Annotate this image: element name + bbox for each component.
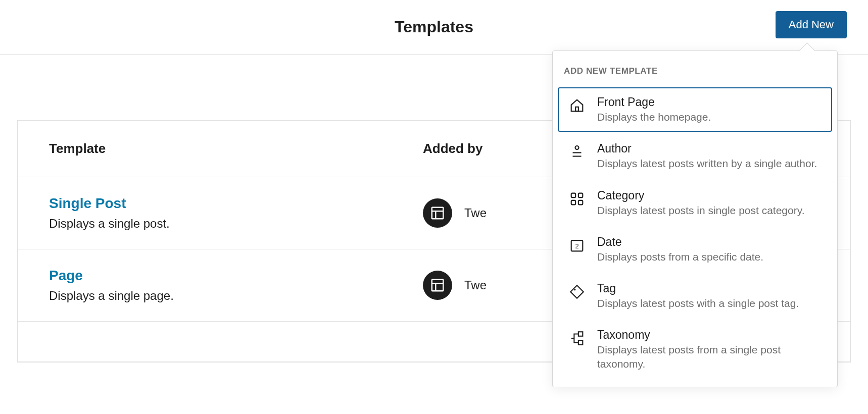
template-description: Displays a single post.: [49, 217, 423, 231]
theme-icon: [423, 198, 452, 228]
option-title: Date: [597, 235, 763, 249]
popover-heading: Add New Template: [553, 62, 837, 85]
author-icon: [568, 143, 586, 161]
template-option-front-page[interactable]: Front Page Displays the homepage.: [558, 87, 832, 132]
add-new-template-popover: Add New Template Front Page Displays the…: [552, 50, 838, 387]
page-header: Templates Add New: [0, 0, 868, 55]
option-title: Front Page: [597, 95, 711, 109]
date-icon: [568, 236, 586, 254]
theme-name: Twe: [464, 278, 487, 292]
theme-name: Twe: [464, 206, 487, 220]
column-header-template: Template: [49, 141, 423, 157]
option-title: Tag: [597, 282, 799, 295]
template-cell: Single Post Displays a single post.: [49, 195, 423, 231]
added-by-cell: Twe: [423, 198, 487, 228]
template-option-date[interactable]: Date Displays posts from a specific date…: [558, 227, 832, 272]
home-icon: [568, 96, 586, 115]
template-option-tag[interactable]: Tag Displays latest posts with a single …: [558, 274, 832, 318]
option-description: Displays latest posts with a single post…: [597, 296, 799, 310]
category-icon: [568, 190, 586, 208]
column-header-added-by: Added by: [423, 141, 483, 157]
tag-icon: [568, 283, 586, 301]
option-title: Category: [597, 189, 804, 202]
page-title: Templates: [395, 18, 473, 36]
option-description: Displays posts from a specific date.: [597, 250, 763, 264]
template-option-author[interactable]: Author Displays latest posts written by …: [558, 134, 832, 178]
option-title: Author: [597, 142, 817, 156]
template-description: Displays a single page.: [49, 289, 423, 303]
added-by-cell: Twe: [423, 271, 487, 300]
template-option-taxonomy[interactable]: Taxonomy Displays latest posts from a si…: [558, 320, 832, 379]
option-description: Displays the homepage.: [597, 110, 711, 124]
template-cell: Page Displays a single page.: [49, 268, 423, 303]
template-option-category[interactable]: Category Displays latest posts in single…: [558, 181, 832, 225]
option-description: Displays latest posts written by a singl…: [597, 157, 817, 170]
option-description: Displays latest posts from a single post…: [597, 343, 822, 371]
theme-icon: [423, 271, 452, 300]
option-description: Displays latest posts in single post cat…: [597, 203, 804, 217]
option-title: Taxonomy: [597, 328, 822, 342]
template-link[interactable]: Single Post: [49, 195, 126, 211]
add-new-button[interactable]: Add New: [776, 11, 847, 38]
taxonomy-icon: [568, 329, 586, 347]
template-link[interactable]: Page: [49, 268, 83, 283]
